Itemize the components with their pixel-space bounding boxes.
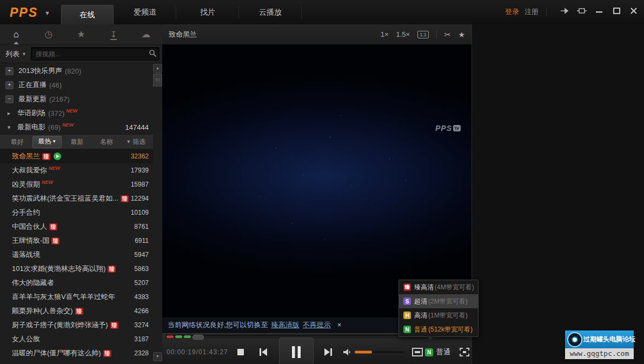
zoom-1x-button[interactable]: 1× [381,30,389,38]
home-icon[interactable]: ⌂ [0,24,32,44]
played-segment [167,335,174,338]
volume-icon[interactable] [343,348,351,356]
favorite-star-icon[interactable]: ★ [458,30,465,39]
main-tab[interactable]: 云播放 [239,0,302,24]
movie-row[interactable]: 温暖的尸体(僵尸哪有这么帅) 臻 2328 [0,346,153,360]
sort-button[interactable]: 名称 [92,136,120,148]
previous-button[interactable] [258,347,268,357]
quality-option[interactable]: N 普通 (512k带宽可看) [399,322,478,336]
list-dropdown-caret-icon[interactable]: ▼ [22,51,26,57]
forum-name: 过期罐头电脑论坛 [583,335,635,344]
movie-row[interactable]: 致命黑兰 臻 32362 [0,149,153,163]
expander-icon[interactable]: − [5,95,14,103]
movie-row[interactable]: 王牌情敌-国 臻 6911 [0,234,153,248]
mini-mode-icon[interactable] [577,6,587,15]
scroll-down-icon[interactable]: ▼ [153,352,162,361]
movie-row[interactable]: 女人公敌 3187 [0,332,153,346]
switch-quality-link[interactable]: 臻高清版 [271,320,300,330]
original-size-button[interactable]: 1:1 [417,31,429,38]
category-count: (820) [65,67,81,75]
search-box [31,47,160,61]
zhen-hd-badge: 臻 [75,308,83,315]
forum-url: www.gqgtpc.com [565,348,634,359]
quality-option[interactable]: H 高清 (1M带宽可看) [399,308,478,322]
category-row[interactable]: ▾ 最新电影 (69) NEW 147444 [0,120,153,134]
pin-icon[interactable] [560,6,569,15]
movie-row[interactable]: 凶灵假期 NEW 15987 [0,177,153,191]
movie-title: 致命黑兰 [12,151,40,161]
movie-row[interactable]: 喜羊羊与灰太狼V喜气羊羊过蛇年 4383 [0,290,153,304]
movie-title: 温暖的尸体(僵尸哪有这么帅) [12,348,101,358]
sort-filter-bar: 最好 最热▼ 最新 名称 ▼筛选 [0,134,153,149]
clip-scissors-icon[interactable]: ✂ [444,30,451,39]
expander-icon[interactable]: + [5,67,14,75]
login-link[interactable]: 登录 [505,8,519,16]
next-button[interactable] [323,347,333,357]
download-icon[interactable]: ↧ [97,24,130,44]
search-icon[interactable] [149,49,157,59]
movie-row[interactable]: 颤栗异种(人兽杂交) 臻 4266 [0,304,153,318]
notification-close-icon[interactable]: × [337,321,342,329]
favorites-icon[interactable]: ★ [65,24,97,44]
movie-row[interactable]: 大叔我爱你 NEW 17939 [0,163,153,177]
quality-button[interactable]: N 普通 [425,347,450,357]
pause-button[interactable] [279,337,314,364]
category-row[interactable]: − 最新更新 (2167) [0,92,153,106]
volume-slider[interactable] [355,352,404,353]
category-row[interactable]: + 2013快乐男声 (820) [0,64,153,78]
sort-button[interactable]: ▼筛选 [122,136,150,148]
view-count: 12294 [131,195,149,202]
quality-badge: N [403,326,411,333]
movie-row[interactable]: 101次求婚(黄渤林志玲高以翔) 臻 5863 [0,262,153,276]
logo-dropdown-icon[interactable]: ▼ [44,10,50,16]
search-input[interactable] [31,48,159,60]
play-now-icon[interactable] [54,153,61,160]
sort-button[interactable]: 最好 [3,136,31,148]
titlebar: PPS ▼ 在线 爱频道 找片 云播放 登录注册 [0,0,644,25]
fullscreen-icon[interactable] [460,348,469,356]
side-panel-toggle-icon[interactable] [412,348,423,356]
dismiss-link[interactable]: 不再提示 [303,320,331,330]
pps-logo[interactable]: PPS [10,5,38,20]
movie-row[interactable]: 中国合伙人 臻 8761 [0,220,153,234]
quality-badge: H [403,312,411,319]
close-icon[interactable] [629,6,639,15]
movie-row[interactable]: 厨子戏子痞子(黄渤刘烨张涵予) 臻 3274 [0,318,153,332]
movie-row[interactable]: 分手合约 10109 [0,206,153,220]
quality-badge: S [403,297,411,305]
maximize-icon[interactable] [612,6,621,15]
category-row[interactable]: ▸ 华语剧场 (372) NEW [0,106,153,120]
view-count: 4383 [134,293,149,301]
movie-row[interactable]: 伟大的隐藏者 5207 [0,276,153,290]
history-icon[interactable]: ◷ [32,24,65,44]
category-row[interactable]: + 正在直播 (46) [0,78,153,92]
main-tab[interactable]: 找片 [176,0,239,24]
scrollbar-thumb[interactable] [153,74,162,87]
cloud-icon[interactable]: ☁ [130,24,162,44]
zhen-hd-badge: 臻 [51,237,59,244]
list-scrollbar[interactable]: ▲ ▼ [153,64,161,361]
list-dropdown[interactable]: 列表 [5,49,19,59]
main-tab[interactable]: 在线 [61,5,114,25]
sort-button[interactable]: 最新 [63,136,91,148]
movie-row[interactable]: 笑功震武林(洪金宝王祖蓝吴君如... 臻 12294 [0,191,153,206]
quality-option[interactable]: 臻 臻高清 (4M带宽可看) [399,280,478,294]
movie-row[interactable]: 遗落战境 5947 [0,248,153,262]
minimize-icon[interactable] [594,6,604,15]
quality-menu: 臻 臻高清 (4M带宽可看) S 超清 (2M带宽可看) H 高清 (1M带宽可… [399,280,479,337]
stop-button[interactable] [237,348,244,356]
main-tab[interactable]: 爱频道 [114,0,176,24]
expander-icon[interactable]: + [5,81,14,89]
register-link[interactable]: 注册 [525,8,539,16]
quality-name: 高清 [414,311,427,320]
category-label: 2013快乐男声 [18,66,62,76]
expander-icon[interactable]: ▾ [5,124,12,131]
scroll-up-icon[interactable]: ▲ [153,64,162,73]
zoom-1-5x-button[interactable]: 1.5× [396,30,410,38]
quality-option[interactable]: S 超清 (2M带宽可看) [399,294,478,308]
category-label: 华语剧场 [17,108,45,118]
sort-button[interactable]: 最热▼ [32,136,61,148]
expander-icon[interactable]: ▸ [5,110,12,117]
video-screen[interactable]: PPS tv [162,45,472,317]
movie-title: 喜羊羊与灰太狼V喜气羊羊过蛇年 [12,292,115,302]
